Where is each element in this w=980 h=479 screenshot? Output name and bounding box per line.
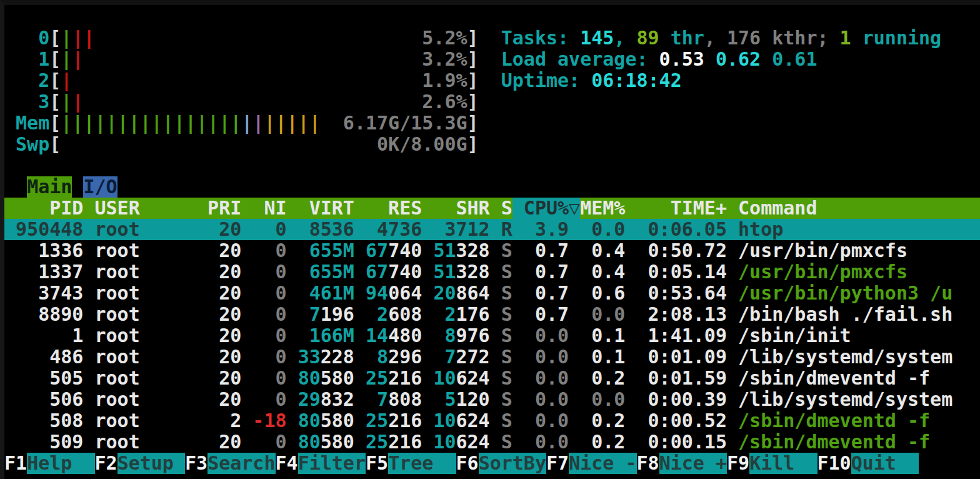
time-cell: 0:05.14 <box>625 261 727 283</box>
meter-bracket-open: [ <box>49 91 61 113</box>
time-cell: 0:53.64 <box>625 283 727 304</box>
process-row-8890[interactable]: 8890 root 20 0 7196 2608 2176 S 0.7 0.0 … <box>4 304 980 325</box>
res-cell <box>354 304 377 325</box>
mem-cell: 0.0 <box>569 389 625 410</box>
fkey-f1-key[interactable]: F1 <box>4 453 27 474</box>
process-row-509[interactable]: 509 root 20 0 80580 25216 10624 S 0.0 0.… <box>4 431 980 453</box>
virt-cell <box>287 346 298 368</box>
shr-cell <box>422 240 433 261</box>
fkey-f2-label[interactable]: Setup <box>118 453 185 474</box>
fkey-f8-label[interactable]: Nice + <box>659 453 727 474</box>
state-cell: S <box>490 283 512 304</box>
shr-cell: 3712 <box>444 219 489 240</box>
virt-cell: 461M <box>309 283 354 304</box>
tab-io[interactable]: I/O <box>83 176 117 198</box>
tasks-summary-segment: thr <box>659 28 704 49</box>
fkey-f6-label[interactable]: SortBy <box>479 453 546 474</box>
virt-cell <box>287 261 309 283</box>
tasks-summary-segment: , <box>614 28 636 49</box>
virt-cell <box>287 240 309 261</box>
cpu-cell: 0.0 <box>512 389 569 410</box>
shr-cell: 272 <box>456 346 490 368</box>
fkey-f3-key[interactable]: F3 <box>185 453 208 474</box>
command-cell: /sbin/dmeventd -f <box>727 368 930 389</box>
fkey-f5-key[interactable]: F5 <box>366 453 388 474</box>
virt-cell <box>287 389 298 410</box>
shr-cell: 8 <box>444 325 456 346</box>
shr-cell <box>422 325 444 346</box>
user-cell: root <box>83 240 208 261</box>
res-cell: 67 <box>366 261 388 283</box>
virt-cell <box>287 325 309 346</box>
fkey-f7-label[interactable]: Nice - <box>569 453 636 474</box>
process-row-505[interactable]: 505 root 20 0 80580 25216 10624 S 0.0 0.… <box>4 368 980 389</box>
pri-cell: 20 <box>208 325 241 346</box>
process-row-1[interactable]: 1 root 20 0 166M 14480 8976 S 0.0 0.1 1:… <box>4 325 980 346</box>
ni-cell: 0 <box>241 368 286 389</box>
process-row-1336[interactable]: 1336 root 20 0 655M 67740 51328 S 0.7 0.… <box>4 240 980 261</box>
process-row-1337[interactable]: 1337 root 20 0 655M 67740 51328 S 0.7 0.… <box>4 261 980 283</box>
fkey-f5-label[interactable]: Tree <box>388 453 456 474</box>
ni-cell: 0 <box>241 240 286 261</box>
fkey-f7-key[interactable]: F7 <box>546 453 569 474</box>
pri-cell: 20 <box>208 219 241 240</box>
gap <box>479 49 501 70</box>
meter-bracket-close: ] <box>468 28 479 49</box>
sort-column-header[interactable]: CPU%▽ <box>512 198 580 219</box>
fkey-f10-key[interactable]: F10 <box>818 453 851 474</box>
process-row-950448[interactable]: 950448 root 20 0 8536 4736 3712 R 3.9 0.… <box>4 219 980 240</box>
res-cell: 8 <box>377 346 388 368</box>
meter-bracket-close: ] <box>468 91 479 113</box>
table-header[interactable]: PID USER PRI NI VIRT RES SHR S CPU%▽MEM%… <box>4 198 980 219</box>
fkey-f4-key[interactable]: F4 <box>276 453 298 474</box>
cpu-cell: 0.0 <box>512 410 569 431</box>
fkey-f3-label[interactable]: Search <box>208 453 275 474</box>
res-cell: 608 <box>388 304 422 325</box>
res-cell: 216 <box>388 368 422 389</box>
virt-cell: 832 <box>321 389 354 410</box>
fkey-f9-key[interactable]: F9 <box>727 453 749 474</box>
process-table: 950448 root 20 0 8536 4736 3712 R 3.9 0.… <box>4 219 980 453</box>
state-cell: S <box>490 389 512 410</box>
virt-cell: 166M <box>309 325 354 346</box>
shr-cell: 2 <box>444 304 456 325</box>
meter-tick: | <box>72 49 83 70</box>
meter-label: 0 <box>4 28 49 49</box>
fkey-f6-key[interactable]: F6 <box>456 453 479 474</box>
process-row-486[interactable]: 486 root 20 0 33228 8296 7272 S 0.0 0.1 … <box>4 346 980 368</box>
res-cell: 4736 <box>377 219 422 240</box>
virt-cell: 655M <box>309 240 354 261</box>
process-row-508[interactable]: 508 root 2 -18 80580 25216 10624 S 0.0 0… <box>4 410 980 431</box>
shr-cell: 624 <box>456 410 490 431</box>
shr-cell <box>422 261 433 283</box>
fkey-f10-label[interactable]: Quit <box>851 453 919 474</box>
meter-fill <box>321 113 343 134</box>
meter-label: 2 <box>4 70 49 91</box>
res-cell: 7 <box>377 389 388 410</box>
fkey-f1-label[interactable]: Help <box>27 453 94 474</box>
shr-cell: 176 <box>456 304 490 325</box>
fkey-f4-label[interactable]: Filter <box>298 453 366 474</box>
column-headers: MEM% TIME+ Command <box>580 198 817 219</box>
process-row-3743[interactable]: 3743 root 20 0 461M 94064 20864 S 0.7 0.… <box>4 283 980 304</box>
meter-label: Swp <box>4 134 49 155</box>
meter-bracket-open: [ <box>49 49 61 70</box>
meter-value: 6.17G/15.3G <box>343 113 468 134</box>
pri-cell: 20 <box>208 240 241 261</box>
process-row-506[interactable]: 506 root 20 0 29832 7808 5120 S 0.0 0.0 … <box>4 389 980 410</box>
res-cell <box>354 431 366 453</box>
tab-main[interactable]: Main <box>27 176 72 198</box>
command-cell: htop <box>727 219 783 240</box>
command-cell: /bin/bash ./fail.sh <box>727 304 952 325</box>
virt-cell <box>287 410 298 431</box>
fkey-f2-key[interactable]: F2 <box>95 453 118 474</box>
meter-value: 5.2% <box>422 28 467 49</box>
user-cell: root <box>83 325 208 346</box>
pid-cell: 509 <box>4 431 83 453</box>
shr-cell: 624 <box>456 431 490 453</box>
fkey-f8-key[interactable]: F8 <box>637 453 659 474</box>
cpu-cell: 0.0 <box>512 431 569 453</box>
fkey-f9-label[interactable]: Kill <box>749 453 817 474</box>
meter-fill <box>61 134 377 155</box>
virt-cell <box>287 304 309 325</box>
